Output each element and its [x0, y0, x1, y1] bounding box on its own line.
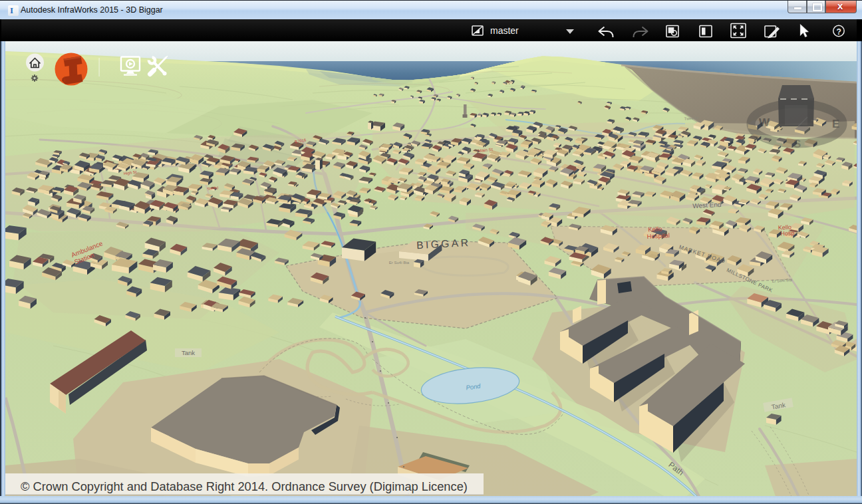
svg-text:Hosp: Hosp [780, 229, 795, 237]
svg-text:© Crown Copyright and Database: © Crown Copyright and Database Right 201… [21, 479, 468, 493]
svg-text:master: master [490, 25, 519, 36]
svg-text:Er Su4i Bta: Er Su4i Bta [389, 261, 410, 265]
svg-text:Tank: Tank [182, 349, 195, 356]
svg-text:W: W [759, 116, 770, 129]
svg-text:?: ? [836, 27, 841, 37]
svg-text:E: E [832, 118, 839, 130]
svg-text:West End: West End [692, 201, 722, 209]
svg-text:S: S [793, 138, 801, 150]
svg-text:Hospital: Hospital [646, 231, 670, 240]
